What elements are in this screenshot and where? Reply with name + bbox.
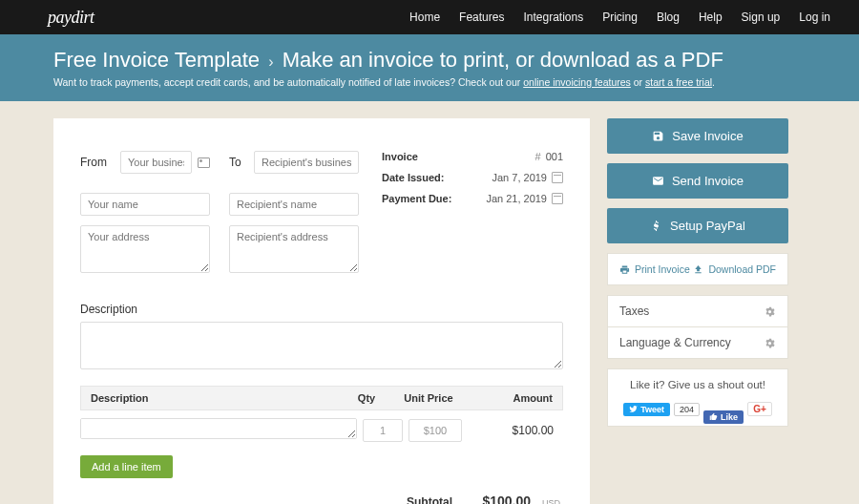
nav-pricing[interactable]: Pricing xyxy=(602,10,638,24)
save-label: Save Invoice xyxy=(672,129,743,143)
link-features[interactable]: online invoicing features xyxy=(523,76,631,88)
sidebar: Save Invoice Send Invoice Setup PayPal P… xyxy=(607,118,788,427)
hero-subtitle: Want to track payments, accept credit ca… xyxy=(53,76,811,88)
to-label: To xyxy=(229,156,248,169)
nav-features[interactable]: Features xyxy=(459,10,504,24)
nav-links: Home Features Integrations Pricing Blog … xyxy=(409,10,830,24)
nav-signup[interactable]: Sign up xyxy=(742,10,781,24)
shout-title: Like it? Give us a shout out! xyxy=(619,379,776,390)
date-issued-value[interactable]: Jan 7, 2019 xyxy=(492,172,548,183)
recipient-address-input[interactable] xyxy=(229,225,359,273)
download-icon xyxy=(693,264,703,275)
subtotal-currency: USD xyxy=(542,498,563,504)
invoice-label: Invoice xyxy=(382,151,418,162)
line-amount: $100.00 xyxy=(468,424,554,437)
your-name-input[interactable] xyxy=(80,193,210,216)
chevron-right-icon: › xyxy=(268,53,273,70)
shout-panel: Like it? Give us a shout out! Tweet 204 … xyxy=(607,368,788,427)
util-row: Print Invoice Download PDF xyxy=(607,253,788,285)
recipient-business-input[interactable] xyxy=(254,151,359,174)
col-qty: Qty xyxy=(343,392,390,404)
nav-blog[interactable]: Blog xyxy=(657,10,680,24)
tweet-count: 204 xyxy=(674,403,700,416)
line-item-row: $100.00 xyxy=(80,410,563,450)
sub-post: . xyxy=(712,76,715,88)
page-title: Free Invoice Template › Make an invoice … xyxy=(53,48,811,73)
print-icon xyxy=(619,264,630,275)
send-invoice-button[interactable]: Send Invoice xyxy=(607,163,788,199)
calendar-icon[interactable] xyxy=(552,172,563,183)
title-part-a: Free Invoice Template xyxy=(53,48,260,72)
thumbs-up-icon xyxy=(709,412,718,421)
subtotal-value: $100.00 xyxy=(464,494,531,504)
save-invoice-button[interactable]: Save Invoice xyxy=(607,118,788,154)
invoice-panel: From To xyxy=(53,118,590,504)
your-business-input[interactable] xyxy=(120,151,192,174)
add-line-item-button[interactable]: Add a line item xyxy=(80,455,173,478)
title-part-b: Make an invoice to print, or download as… xyxy=(283,48,723,72)
description-input[interactable] xyxy=(80,322,563,369)
sub-pre: Want to track payments, accept credit ca… xyxy=(53,76,523,88)
invoice-number[interactable]: 001 xyxy=(546,151,563,162)
taxes-label: Taxes xyxy=(619,304,649,318)
nav-home[interactable]: Home xyxy=(409,10,440,24)
google-plus-button[interactable]: G+ xyxy=(747,402,772,416)
top-nav: paydirt Home Features Integrations Prici… xyxy=(0,0,859,34)
envelope-icon xyxy=(652,175,664,187)
invoice-meta: Invoice # 001 Date Issued: Jan 7, 2019 P… xyxy=(382,151,563,285)
dollar-icon xyxy=(650,220,662,232)
nav-help[interactable]: Help xyxy=(699,10,723,24)
lang-label: Language & Currency xyxy=(619,336,731,349)
like-label: Like xyxy=(721,412,738,422)
print-label: Print Invoice xyxy=(635,263,690,275)
settings-panel: Taxes Language & Currency xyxy=(607,295,788,359)
hash-icon: # xyxy=(535,151,541,162)
description-label: Description xyxy=(80,303,563,316)
setup-paypal-button[interactable]: Setup PayPal xyxy=(607,208,788,243)
download-pdf-link[interactable]: Download PDF xyxy=(693,263,776,275)
line-qty-input[interactable] xyxy=(363,419,403,442)
paypal-label: Setup PayPal xyxy=(670,219,745,233)
col-description: Description xyxy=(91,392,343,404)
download-label: Download PDF xyxy=(708,263,776,275)
language-currency-row[interactable]: Language & Currency xyxy=(608,327,787,358)
like-button[interactable]: Like xyxy=(703,410,744,424)
twitter-icon xyxy=(629,405,638,413)
link-trial[interactable]: start a free trial xyxy=(645,76,712,88)
vcard-icon[interactable] xyxy=(198,158,210,168)
print-invoice-link[interactable]: Print Invoice xyxy=(619,263,690,275)
nav-login[interactable]: Log in xyxy=(799,10,830,24)
gear-icon xyxy=(764,337,776,349)
taxes-row[interactable]: Taxes xyxy=(608,296,787,327)
nav-integrations[interactable]: Integrations xyxy=(523,10,583,24)
col-unit-price: Unit Price xyxy=(390,392,467,404)
your-address-input[interactable] xyxy=(80,225,210,273)
payment-due-label: Payment Due: xyxy=(382,193,451,204)
tweet-button[interactable]: Tweet xyxy=(623,403,670,416)
date-issued-label: Date Issued: xyxy=(382,172,444,183)
hero-banner: Free Invoice Template › Make an invoice … xyxy=(0,34,859,101)
brand-logo[interactable]: paydirt xyxy=(48,8,94,28)
sub-mid: or xyxy=(631,76,645,88)
totals: Subtotal $100.00 USD Total $100.00 USD xyxy=(80,490,563,504)
save-icon xyxy=(652,130,664,142)
social-row: Tweet 204 Like G+ xyxy=(619,402,776,416)
subtotal-label: Subtotal xyxy=(386,495,452,504)
line-description-input[interactable] xyxy=(80,418,357,439)
calendar-icon[interactable] xyxy=(552,193,563,204)
line-items-header: Description Qty Unit Price Amount xyxy=(80,386,563,410)
from-label: From xyxy=(80,156,115,169)
payment-due-value[interactable]: Jan 21, 2019 xyxy=(486,193,547,204)
line-unit-price-input[interactable] xyxy=(409,419,462,442)
send-label: Send Invoice xyxy=(672,174,744,188)
tweet-label: Tweet xyxy=(640,405,664,414)
recipient-name-input[interactable] xyxy=(229,193,359,216)
gear-icon xyxy=(764,305,776,318)
col-amount: Amount xyxy=(467,392,553,404)
